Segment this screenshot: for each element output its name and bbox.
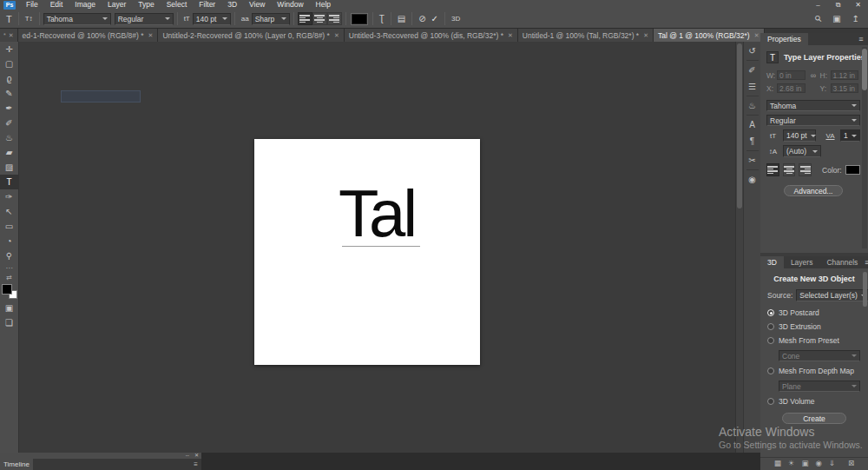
leading-select[interactable]: (Auto) [783, 145, 821, 157]
radio-icon[interactable] [767, 398, 774, 405]
menu-select[interactable]: Select [161, 0, 194, 10]
close-panel-icon[interactable]: ✕ [194, 453, 199, 459]
canvas[interactable]: Tal [254, 139, 480, 365]
tab-close-icon[interactable]: ✕ [643, 32, 648, 39]
align-left-button[interactable] [298, 12, 312, 25]
brush-tool[interactable]: ✐ [0, 116, 19, 130]
radio-icon[interactable] [767, 337, 774, 344]
option-3d-volume[interactable]: 3D Volume [767, 397, 861, 406]
meshes-filter-icon[interactable]: ◉ [816, 459, 822, 467]
commit-edit-icon[interactable]: ✓ [429, 14, 441, 23]
materials-filter-icon[interactable]: ⇓ [829, 459, 835, 467]
align-right-button[interactable] [327, 12, 342, 25]
edit-toolbar-icon[interactable]: ⋯ [0, 263, 19, 273]
tab-close-icon[interactable]: ✕ [334, 32, 339, 39]
scene-filter-icon[interactable]: ▦ [774, 459, 781, 467]
3d-mode-icon[interactable]: 3D [449, 15, 463, 23]
cancel-edit-icon[interactable]: ⊘ [416, 14, 428, 23]
swap-colors-icon[interactable]: ⇄ [0, 273, 19, 282]
option-mesh-from-depth-map[interactable]: Mesh From Depth Map [767, 367, 861, 375]
warp-text-icon[interactable]: Ʈ [377, 14, 387, 23]
tab-close-icon[interactable]: ✕ [508, 32, 513, 39]
eraser-tool[interactable]: ▰ [0, 145, 19, 160]
paragraph-panel-icon[interactable]: ¶ [744, 133, 761, 149]
path-selection-tool[interactable]: ↖ [0, 204, 19, 219]
tab-close-icon[interactable]: ✕ [754, 32, 760, 39]
tab-close-icon[interactable]: ✕ [9, 32, 14, 39]
type-tool[interactable]: T [0, 175, 19, 189]
brush-settings-panel-icon[interactable]: ✐ [744, 62, 761, 78]
tracking-select[interactable]: 1 [840, 129, 860, 142]
move-tool[interactable]: ✛ [0, 42, 19, 56]
canvas-text-layer[interactable]: Tal [339, 181, 415, 247]
collapse-panel-icon[interactable]: ⇔ [185, 453, 190, 459]
scrollbar-thumb[interactable] [862, 49, 867, 90]
font-family-select[interactable]: Tahoma [43, 13, 111, 25]
properties-scrollbar[interactable] [862, 47, 867, 248]
history-panel-icon[interactable]: ↺ [744, 43, 761, 59]
font-style-select[interactable]: Regular [115, 13, 174, 25]
glyphs-panel-icon[interactable]: ✂ [744, 152, 761, 169]
option-3d-extrusion[interactable]: 3D Extrusion [767, 322, 861, 331]
menu-filter[interactable]: Filter [193, 0, 221, 10]
dodge-tool[interactable]: ◔ [0, 234, 19, 248]
advanced-button[interactable]: Advanced... [784, 185, 844, 196]
scrollbar-thumb[interactable] [737, 43, 742, 209]
doc-tab-stub[interactable]: * ✕ [0, 29, 18, 42]
align-center-button[interactable] [312, 12, 327, 25]
delete-icon[interactable]: ⊠ [848, 459, 854, 467]
tab-channels[interactable]: Channels [819, 256, 865, 268]
quick-selection-tool[interactable]: ✎ [0, 86, 19, 101]
timeline-menu-icon[interactable]: ≡ [194, 460, 198, 468]
tab-properties[interactable]: Properties [760, 33, 808, 45]
doc-tab-4[interactable]: Untitled-1 @ 100% (Tal, RGB/32*) * ✕ [518, 29, 654, 42]
link-dimensions-icon[interactable]: ∞ [807, 71, 820, 80]
source-select[interactable]: Selected Layer(s) [796, 289, 868, 301]
menu-window[interactable]: Window [271, 0, 309, 10]
props-font-style-select[interactable]: Regular [766, 115, 860, 126]
lights-filter-icon[interactable]: ☀ [788, 459, 795, 467]
search-icon[interactable]: ⚲ [812, 13, 824, 24]
tab-layers[interactable]: Layers [784, 256, 820, 268]
minimize-icon[interactable]: – [808, 0, 828, 10]
radio-selected-icon[interactable] [767, 309, 774, 316]
canvas-vertical-scrollbar[interactable] [735, 42, 743, 453]
clone-source-panel-icon[interactable]: ♨ [744, 97, 761, 114]
tool-presets-panel-icon[interactable]: ☰ [744, 78, 761, 95]
menu-3d[interactable]: 3D [221, 0, 243, 10]
zoom-tool[interactable]: ⚲ [0, 248, 19, 263]
eyedropper-tool[interactable]: ✒ [0, 101, 19, 116]
menu-edit[interactable]: Edit [44, 0, 69, 10]
postcard-filter-icon[interactable]: ▣ [801, 459, 808, 467]
tab-close-icon[interactable]: ✕ [148, 32, 154, 39]
panel-menu-icon[interactable]: ≡ [854, 33, 868, 45]
foreground-color-swatch[interactable] [2, 284, 12, 295]
panel-menu-icon[interactable]: ≡ [865, 256, 868, 268]
close-icon[interactable]: ✕ [848, 0, 868, 10]
text-color-swatch[interactable] [845, 165, 860, 175]
text-color-swatch[interactable] [352, 14, 367, 24]
radio-icon[interactable] [767, 323, 774, 330]
doc-tab-active[interactable]: Tal @ 1 @ 100% (RGB/32*) ✕ [654, 29, 764, 42]
character-panel-icon[interactable]: A [744, 116, 761, 133]
option-3d-postcard[interactable]: 3D Postcard [767, 308, 861, 317]
clone-stamp-tool[interactable]: ♨ [0, 130, 19, 145]
doc-tab-2[interactable]: Untitled-2-Recovered @ 100% (Layer 0, RG… [158, 29, 344, 42]
3d-panel-scrollbar[interactable] [863, 272, 867, 307]
toggle-panels-icon[interactable]: ▤ [395, 14, 408, 23]
font-size-select[interactable]: 140 pt [193, 13, 231, 25]
props-align-center-button[interactable] [783, 163, 796, 176]
anti-alias-select[interactable]: Sharp [252, 13, 290, 25]
menu-file[interactable]: File [20, 0, 44, 10]
tab-timeline[interactable]: Timeline [0, 459, 33, 470]
quick-mask-icon[interactable]: ▣ [0, 301, 19, 315]
props-font-size-select[interactable]: 140 pt [783, 129, 816, 142]
create-button[interactable]: Create [782, 413, 846, 424]
props-font-family-select[interactable]: Tahoma [766, 100, 860, 111]
option-mesh-from-preset[interactable]: Mesh From Preset [767, 336, 861, 345]
doc-tab-3[interactable]: Untitled-3-Recovered @ 100% (dis, RGB/32… [345, 29, 518, 42]
radio-icon[interactable] [767, 367, 774, 374]
photoshop-logo-icon[interactable]: Ps [3, 1, 16, 10]
props-align-left-button[interactable] [766, 163, 779, 176]
lasso-tool[interactable]: ϱ [0, 71, 19, 86]
